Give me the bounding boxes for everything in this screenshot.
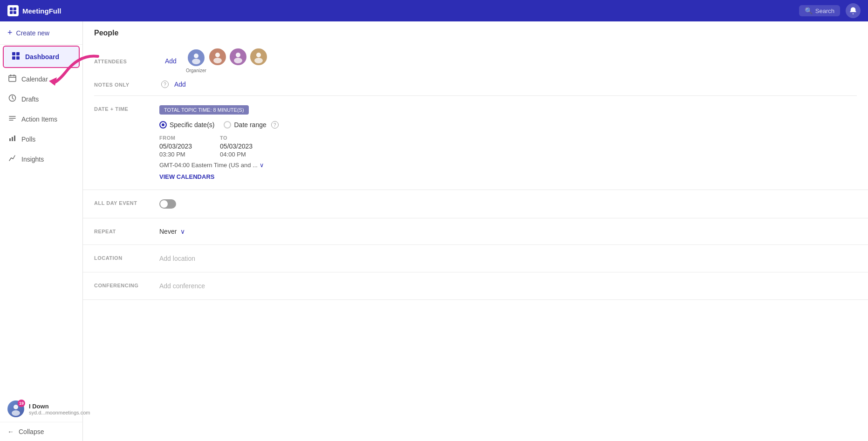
- all-day-toggle[interactable]: [159, 199, 176, 209]
- all-day-section: ALL DAY EVENT: [83, 190, 868, 218]
- search-label: Search: [815, 7, 834, 14]
- conferencing-input[interactable]: Add conference: [159, 282, 205, 290]
- svg-point-24: [215, 53, 220, 57]
- attendees-row: ATTENDEES Add Organizer: [83, 45, 868, 77]
- svg-point-28: [256, 53, 261, 57]
- date-range-radio[interactable]: [224, 121, 231, 129]
- conferencing-content: Add conference: [159, 282, 857, 290]
- sidebar-item-action-items-label: Action Items: [21, 115, 57, 123]
- to-time[interactable]: 04:00 PM: [220, 151, 253, 158]
- svg-rect-18: [14, 136, 15, 141]
- notification-button[interactable]: [846, 3, 861, 18]
- from-time[interactable]: 03:30 PM: [159, 151, 192, 158]
- sidebar-item-calendar[interactable]: Calendar: [0, 69, 82, 89]
- polls-icon: [7, 134, 17, 144]
- specific-dates-option[interactable]: Specific date(s): [159, 121, 214, 129]
- topnav: MeetingFull 🔍 Search: [0, 0, 868, 21]
- repeat-value[interactable]: Never: [159, 228, 177, 235]
- add-notes-only-button[interactable]: Add: [174, 81, 186, 88]
- people-title: People: [83, 21, 868, 37]
- create-new-label: Create new: [16, 29, 50, 37]
- sidebar-item-action-items[interactable]: Action Items: [0, 109, 82, 129]
- user-profile[interactable]: 19 I Down syd.d...moonmeetings.com: [0, 396, 82, 422]
- repeat-dropdown-icon[interactable]: ∨: [180, 228, 185, 235]
- svg-point-25: [213, 58, 222, 63]
- people-section: People ATTENDEES Add: [83, 21, 868, 96]
- sidebar: + Create new Dashboard: [0, 21, 83, 441]
- sidebar-item-insights-label: Insights: [21, 156, 44, 163]
- app-logo: MeetingFull: [7, 5, 61, 16]
- attendee-avatar-2[interactable]: [208, 47, 227, 66]
- main-content: People ATTENDEES Add: [83, 21, 868, 441]
- svg-rect-6: [12, 56, 15, 60]
- sidebar-collapse-area: ← Collapse: [0, 422, 82, 441]
- from-label: FROM: [159, 135, 192, 141]
- date-range-help-icon[interactable]: ?: [271, 121, 279, 129]
- to-date[interactable]: 05/03/2023: [220, 142, 253, 150]
- to-group: TO 05/03/2023 04:00 PM: [220, 135, 253, 158]
- svg-rect-2: [10, 11, 13, 14]
- sidebar-item-polls-label: Polls: [21, 136, 35, 143]
- repeat-row: REPEAT Never ∨: [94, 228, 857, 235]
- collapse-icon: ←: [7, 428, 14, 435]
- action-items-icon: [7, 114, 17, 124]
- repeat-select-row: Never ∨: [159, 228, 857, 235]
- insights-icon: [7, 154, 17, 164]
- date-time-row: DATE + TIME TOTAL TOPIC TIME: 8 MINUTE(S…: [94, 105, 857, 180]
- organizer-avatar-group: Organizer: [186, 48, 206, 73]
- collapse-label: Collapse: [19, 428, 44, 435]
- svg-point-23: [192, 59, 200, 64]
- user-info: I Down syd.d...moonmeetings.com: [29, 403, 90, 415]
- all-day-row: ALL DAY EVENT: [94, 199, 857, 209]
- specific-dates-radio[interactable]: [159, 121, 167, 129]
- notes-only-label: NOTES ONLY: [94, 81, 159, 88]
- total-topic-badge: TOTAL TOPIC TIME: 8 MINUTE(S): [159, 105, 249, 115]
- create-new-button[interactable]: + Create new: [0, 21, 82, 45]
- date-range-label: Date range: [234, 121, 266, 129]
- content-panel: People ATTENDEES Add: [83, 21, 868, 441]
- svg-point-26: [236, 53, 240, 57]
- date-type-options: Specific date(s) Date range ?: [159, 121, 857, 129]
- sidebar-item-polls[interactable]: Polls: [0, 129, 82, 149]
- timezone-chevron-icon[interactable]: ∨: [260, 162, 264, 169]
- date-range-option[interactable]: Date range ?: [224, 121, 278, 129]
- logo-icon: [7, 5, 19, 16]
- repeat-section: REPEAT Never ∨: [83, 218, 868, 245]
- attendee-avatar-3[interactable]: [229, 47, 247, 66]
- svg-rect-8: [9, 75, 16, 81]
- notes-only-help-icon[interactable]: ?: [161, 81, 169, 88]
- drafts-icon: [7, 94, 17, 104]
- sidebar-item-drafts[interactable]: Drafts: [0, 89, 82, 109]
- svg-point-27: [234, 58, 242, 63]
- main-layout: + Create new Dashboard: [0, 21, 868, 441]
- sidebar-item-insights[interactable]: Insights: [0, 149, 82, 169]
- attendee-avatar-4[interactable]: [249, 47, 268, 66]
- svg-point-29: [254, 58, 263, 63]
- svg-rect-7: [16, 56, 20, 60]
- from-date[interactable]: 05/03/2023: [159, 142, 192, 150]
- repeat-content: Never ∨: [159, 228, 857, 235]
- timezone-value[interactable]: GMT-04:00 Eastern Time (US and ...: [159, 162, 258, 169]
- sidebar-item-dashboard-label: Dashboard: [25, 53, 59, 61]
- attendees-label: ATTENDEES: [94, 58, 159, 64]
- collapse-button[interactable]: ← Collapse: [7, 428, 75, 435]
- svg-rect-1: [14, 7, 16, 10]
- attendee-avatar-1[interactable]: [187, 48, 205, 67]
- location-label: LOCATION: [94, 254, 159, 261]
- add-attendees-button[interactable]: Add: [165, 57, 177, 65]
- date-time-content: TOTAL TOPIC TIME: 8 MINUTE(S) Specific d…: [159, 105, 857, 180]
- date-time-section: DATE + TIME TOTAL TOPIC TIME: 8 MINUTE(S…: [83, 96, 868, 190]
- location-content: Add location: [159, 254, 857, 263]
- search-box[interactable]: 🔍 Search: [799, 5, 840, 16]
- notification-badge: 19: [18, 400, 25, 407]
- user-name: I Down: [29, 403, 90, 410]
- plus-icon: +: [7, 28, 13, 38]
- svg-rect-3: [14, 11, 16, 14]
- user-email: syd.d...moonmeetings.com: [29, 410, 90, 415]
- repeat-label: REPEAT: [94, 228, 159, 234]
- dashboard-icon: [11, 52, 21, 62]
- sidebar-item-dashboard[interactable]: Dashboard: [3, 46, 80, 68]
- view-calendars-button[interactable]: VIEW CALENDARS: [159, 173, 857, 180]
- app-title: MeetingFull: [22, 7, 61, 15]
- location-input[interactable]: Add location: [159, 255, 195, 262]
